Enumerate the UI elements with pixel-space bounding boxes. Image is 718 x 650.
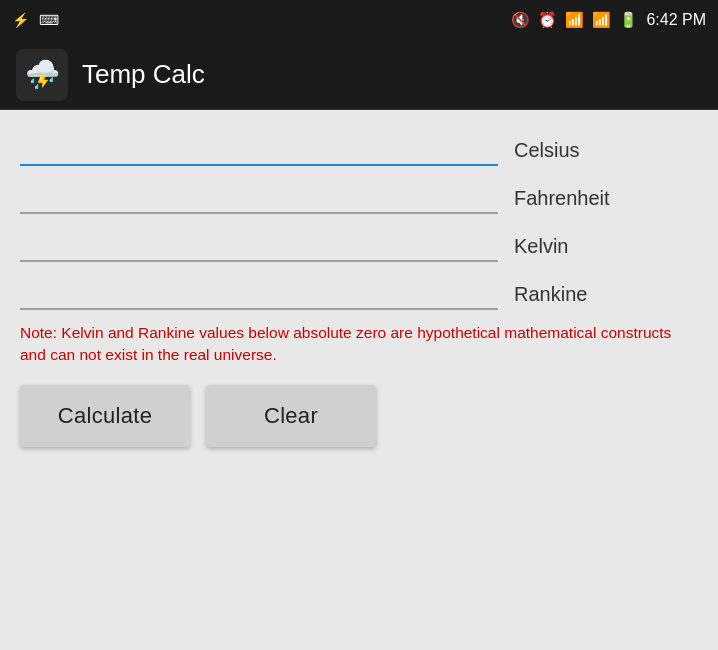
app-icon: ⛈️ <box>16 49 68 101</box>
signal-icon: 📶 <box>592 11 611 29</box>
button-row: Calculate Clear <box>20 385 698 447</box>
celsius-row: Celsius <box>20 130 698 166</box>
rankine-row: Rankine <box>20 274 698 310</box>
kelvin-input[interactable] <box>20 226 498 262</box>
celsius-label: Celsius <box>498 139 698 166</box>
usb-icon: ⚡ <box>12 12 29 28</box>
alarm-icon: ⏰ <box>538 11 557 29</box>
status-left-icons: ⚡ ⌨ <box>12 12 59 28</box>
keyboard-icon: ⌨ <box>39 12 59 28</box>
app-bar: ⛈️ Temp Calc <box>0 40 718 110</box>
battery-icon: 🔋 <box>619 11 638 29</box>
app-icon-emoji: ⛈️ <box>25 58 60 91</box>
kelvin-row: Kelvin <box>20 226 698 262</box>
clear-button[interactable]: Clear <box>206 385 376 447</box>
status-bar: ⚡ ⌨ 🔇 ⏰ 📶 📶 🔋 6:42 PM <box>0 0 718 40</box>
main-content: Celsius Fahrenheit Kelvin Rankine Note: … <box>0 110 718 463</box>
status-time: 6:42 PM <box>646 11 706 29</box>
fahrenheit-row: Fahrenheit <box>20 178 698 214</box>
kelvin-label: Kelvin <box>498 235 698 262</box>
fahrenheit-label: Fahrenheit <box>498 187 698 214</box>
status-right-icons: 🔇 ⏰ 📶 📶 🔋 6:42 PM <box>511 11 706 29</box>
mute-icon: 🔇 <box>511 11 530 29</box>
fahrenheit-input[interactable] <box>20 178 498 214</box>
celsius-input[interactable] <box>20 130 498 166</box>
app-title: Temp Calc <box>82 59 205 90</box>
wifi-icon: 📶 <box>565 11 584 29</box>
rankine-input[interactable] <box>20 274 498 310</box>
note-text: Note: Kelvin and Rankine values below ab… <box>20 322 698 367</box>
calculate-button[interactable]: Calculate <box>20 385 190 447</box>
rankine-label: Rankine <box>498 283 698 310</box>
